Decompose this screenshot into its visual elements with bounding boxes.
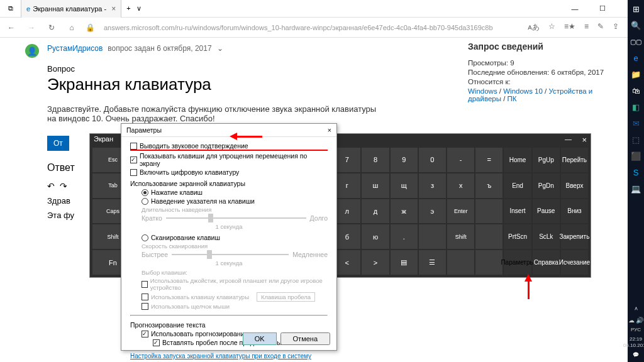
search-icon[interactable]: 🔍: [630, 19, 642, 31]
key[interactable]: PgDn: [533, 173, 560, 198]
key[interactable]: [447, 250, 474, 275]
notification-icon[interactable]: 💬: [623, 352, 644, 358]
key[interactable]: [419, 224, 446, 249]
app3-icon[interactable]: 💻: [630, 182, 642, 195]
key[interactable]: Enter: [447, 199, 474, 224]
key[interactable]: г: [333, 173, 360, 198]
app1-icon[interactable]: ◧: [630, 101, 642, 113]
key[interactable]: [475, 199, 502, 224]
key[interactable]: Параметры: [504, 250, 531, 275]
dialog-close-icon[interactable]: ×: [328, 126, 331, 134]
key[interactable]: .: [391, 224, 418, 249]
sound-checkbox[interactable]: [130, 143, 137, 150]
key[interactable]: Справка: [533, 250, 560, 275]
key[interactable]: Insert: [504, 199, 531, 224]
reading-list-icon[interactable]: ≡: [584, 22, 589, 33]
notes-icon[interactable]: ✎: [597, 22, 604, 33]
key[interactable]: ж: [391, 199, 418, 224]
start-button[interactable]: ⊞: [630, 3, 642, 15]
browser-tab[interactable]: e Экранная клавиатура - ×: [21, 0, 121, 18]
key[interactable]: 0: [419, 148, 446, 172]
osk-minimize-icon[interactable]: —: [565, 135, 572, 143]
key[interactable]: ш: [362, 173, 389, 198]
undo-icon[interactable]: ↶: [47, 181, 55, 191]
key[interactable]: =: [475, 148, 502, 172]
tray-icons[interactable]: ☁ 🔊: [623, 316, 644, 324]
author-link[interactable]: РустамИдрисов: [47, 44, 103, 53]
minimize-button[interactable]: —: [561, 0, 589, 18]
task-view-icon[interactable]: ▢▢: [630, 35, 642, 48]
link-windows10[interactable]: Windows 10: [503, 87, 543, 95]
chevron-down-icon[interactable]: ⌄: [217, 44, 223, 53]
refresh-button[interactable]: ↻: [45, 23, 58, 32]
key[interactable]: Закрепить: [561, 224, 588, 249]
space-after-checkbox[interactable]: [153, 339, 160, 346]
translate-icon[interactable]: ᴀあ: [528, 22, 540, 33]
key[interactable]: 8: [362, 148, 389, 172]
key[interactable]: б: [333, 224, 360, 249]
key[interactable]: ю: [362, 224, 389, 249]
startup-link[interactable]: Настройка запуска экранной клавиатуры пр…: [130, 353, 311, 359]
key[interactable]: -: [447, 148, 474, 172]
favorite-icon[interactable]: ☆: [548, 22, 555, 33]
key[interactable]: ъ: [475, 173, 502, 198]
showkeys-checkbox[interactable]: [130, 156, 137, 163]
key[interactable]: Shift: [447, 224, 474, 249]
key[interactable]: ☰: [419, 250, 446, 275]
scan-radio[interactable]: [142, 234, 148, 241]
key[interactable]: Home: [504, 148, 531, 172]
edge-taskbar-icon[interactable]: e: [630, 52, 642, 64]
key[interactable]: End: [504, 173, 531, 198]
avatar[interactable]: 👤: [25, 44, 39, 58]
outlook-icon[interactable]: ✉: [630, 117, 642, 129]
key[interactable]: 9: [391, 148, 418, 172]
key[interactable]: х: [447, 173, 474, 198]
key[interactable]: Pause: [533, 199, 560, 224]
key[interactable]: PgUp: [533, 148, 560, 172]
new-tab-button[interactable]: + ∨: [121, 0, 147, 18]
key[interactable]: э: [419, 199, 446, 224]
cancel-button[interactable]: Отмена: [280, 332, 330, 345]
link-windows[interactable]: Windows: [468, 87, 497, 95]
key[interactable]: <: [333, 250, 360, 275]
key[interactable]: Исчезание: [561, 250, 588, 275]
store-icon[interactable]: 🛍: [630, 84, 642, 97]
prediction-checkbox[interactable]: [142, 331, 148, 337]
link-pc[interactable]: ПК: [508, 95, 517, 102]
click-radio[interactable]: [142, 189, 148, 196]
tab-prev[interactable]: ⧉: [0, 0, 21, 18]
clock-date[interactable]: 06.10.2017: [623, 343, 644, 349]
osk-close-icon[interactable]: ×: [582, 135, 587, 145]
key[interactable]: Перейть: [561, 148, 588, 172]
ok-button[interactable]: OK: [243, 332, 277, 345]
key[interactable]: Вверх: [561, 173, 588, 198]
share-icon[interactable]: ⇪: [613, 22, 619, 33]
numpad-checkbox[interactable]: [130, 169, 137, 176]
home-button[interactable]: ⌂: [65, 23, 78, 32]
back-button[interactable]: ←: [5, 23, 18, 32]
key[interactable]: Вниз: [561, 199, 588, 224]
close-tab-icon[interactable]: ×: [111, 4, 116, 13]
answer-button[interactable]: От: [47, 136, 69, 151]
favorites-bar-icon[interactable]: ≡★: [564, 22, 575, 33]
tray-chevron-icon[interactable]: ＾: [623, 305, 644, 314]
key[interactable]: л: [333, 199, 360, 224]
hover-radio[interactable]: [142, 198, 148, 205]
maximize-button[interactable]: ☐: [589, 0, 616, 18]
explorer-icon[interactable]: 📁: [630, 68, 642, 80]
app2-icon[interactable]: ⬚: [630, 133, 642, 146]
key[interactable]: 7: [333, 148, 360, 172]
key[interactable]: ▤: [391, 250, 418, 275]
lang-indicator[interactable]: РУС: [623, 327, 644, 333]
key[interactable]: [475, 250, 502, 275]
redo-icon[interactable]: ↷: [60, 181, 67, 191]
key[interactable]: PrtScn: [504, 224, 531, 249]
clock-time[interactable]: 22:19: [623, 336, 644, 343]
key[interactable]: з: [419, 173, 446, 198]
vbox-icon[interactable]: ⬛: [630, 150, 642, 162]
key[interactable]: >: [362, 250, 389, 275]
key[interactable]: [475, 224, 502, 249]
key[interactable]: ScLk: [533, 224, 560, 249]
key[interactable]: д: [362, 199, 389, 224]
url-field[interactable]: answers.microsoft.com/ru-ru/windows/foru…: [103, 23, 520, 33]
